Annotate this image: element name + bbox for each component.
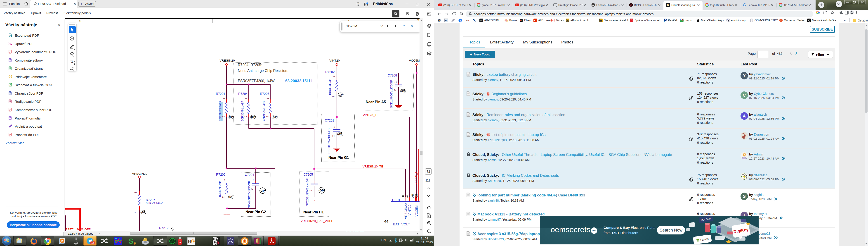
svg-text:A5: A5 bbox=[411, 194, 414, 198]
svg-text:O: O bbox=[473, 19, 475, 22]
svg-text:1: 1 bbox=[310, 179, 313, 181]
svg-text:1: 1 bbox=[266, 98, 270, 99]
svg-text:G/P: G/P bbox=[339, 93, 343, 96]
svg-text:1: 1 bbox=[332, 76, 336, 77]
svg-text:VREGIN20: VREGIN20 bbox=[220, 59, 235, 62]
svg-text:R7204: R7204 bbox=[238, 92, 248, 95]
svg-text:B: B bbox=[667, 3, 669, 6]
svg-text:G/P: G/P bbox=[251, 116, 255, 118]
svg-text:ESFT1_86W_OFF: ESFT1_86W_OFF bbox=[65, 228, 91, 231]
svg-text:A: A bbox=[71, 61, 73, 64]
svg-text:C5: C5 bbox=[415, 194, 418, 198]
svg-text:33KR1J-GP: 33KR1J-GP bbox=[146, 201, 163, 205]
svg-text:20R3J-5-LL-GP: 20R3J-5-LL-GP bbox=[241, 101, 244, 121]
svg-text:2: 2 bbox=[222, 115, 225, 117]
svg-text:C7201: C7201 bbox=[325, 118, 334, 122]
svg-text:A: A bbox=[9, 84, 11, 86]
svg-text:2: 2 bbox=[250, 188, 254, 190]
svg-text:ab: ab bbox=[466, 19, 468, 22]
svg-text:R7205: R7205 bbox=[260, 92, 269, 95]
svg-text:G/P: G/P bbox=[338, 133, 342, 136]
svg-text:PC: PC bbox=[445, 20, 447, 22]
svg-text:VINT20: VINT20 bbox=[329, 59, 340, 62]
svg-text:G/P: G/P bbox=[273, 116, 277, 118]
svg-text:1: 1 bbox=[222, 179, 225, 181]
svg-text:R7204, R7205:: R7204, R7205: bbox=[238, 63, 262, 67]
svg-text:GP: GP bbox=[260, 189, 265, 192]
svg-text:f: f bbox=[460, 19, 461, 22]
svg-text:AG: AG bbox=[480, 20, 483, 22]
svg-text:TE1B: TE1B bbox=[392, 198, 400, 202]
svg-text:1D78MR2F-GP: 1D78MR2F-GP bbox=[219, 101, 222, 121]
svg-text:VINT20_TE: VINT20_TE bbox=[363, 113, 379, 117]
svg-text:G/P: G/P bbox=[401, 90, 405, 92]
svg-text:2: 2 bbox=[222, 196, 225, 198]
svg-text:Near Pin G1: Near Pin G1 bbox=[329, 156, 349, 160]
svg-text:VREGIN20: VREGIN20 bbox=[132, 172, 147, 175]
svg-text:Need Anti-surge Chip Resistors: Need Anti-surge Chip Resistors bbox=[238, 69, 288, 73]
svg-text:R7202: R7202 bbox=[325, 70, 335, 74]
svg-text:2: 2 bbox=[244, 115, 247, 117]
svg-text:1: 1 bbox=[251, 179, 254, 181]
svg-text:VINT20: VINT20 bbox=[408, 204, 411, 215]
svg-text:R7212: R7212 bbox=[159, 226, 168, 230]
svg-text:D: D bbox=[192, 239, 195, 244]
svg-text:ESR03EZPJ200, 1/4W: ESR03EZPJ200, 1/4W bbox=[238, 79, 275, 83]
svg-text:20R3J-5-LL-GP: 20R3J-5-LL-GP bbox=[262, 101, 266, 121]
svg-text:1M2R2F-GP: 1M2R2F-GP bbox=[218, 181, 222, 197]
svg-text:C7204: C7204 bbox=[245, 173, 254, 176]
svg-text:2: 2 bbox=[332, 135, 335, 137]
svg-text:R7206: R7206 bbox=[216, 173, 225, 176]
svg-text:H1: H1 bbox=[401, 195, 405, 198]
svg-text:GP: GP bbox=[320, 189, 324, 192]
svg-text:2: 2 bbox=[309, 190, 312, 191]
svg-text:A: A bbox=[9, 34, 11, 36]
svg-text:2: 2 bbox=[475, 20, 476, 22]
svg-text:1: 1 bbox=[245, 98, 248, 99]
svg-text:SC2D2U25V3KX-GP: SC2D2U25V3KX-GP bbox=[306, 178, 309, 206]
svg-text:1: 1 bbox=[332, 126, 336, 128]
svg-text:63.20032.15LLL: 63.20032.15LLL bbox=[285, 79, 314, 83]
svg-text:2: 2 bbox=[332, 96, 335, 97]
svg-text:G1: G1 bbox=[405, 194, 408, 198]
svg-text:Near Pin H1: Near Pin H1 bbox=[303, 210, 324, 214]
svg-text:Near Pin G2: Near Pin G2 bbox=[246, 210, 266, 214]
svg-text:2: 2 bbox=[133, 212, 137, 213]
svg-text:SCD1U25V1KX-GP: SCD1U25V1KX-GP bbox=[327, 128, 331, 154]
svg-text:R7207: R7207 bbox=[146, 198, 155, 202]
svg-text:C7205: C7205 bbox=[304, 173, 313, 176]
svg-text:5: 5 bbox=[79, 19, 81, 23]
svg-text:VREGIN20_BAT_VOLT: VREGIN20_BAT_VOLT bbox=[301, 219, 333, 223]
svg-text:C7208: C7208 bbox=[388, 74, 397, 77]
svg-text:2: 2 bbox=[266, 115, 269, 117]
svg-text:VREGIN20_TE: VREGIN20_TE bbox=[363, 165, 383, 168]
svg-text:Near Pin A5: Near Pin A5 bbox=[366, 100, 386, 104]
svg-text:VREGIN20: VREGIN20 bbox=[404, 203, 408, 219]
svg-text:@(: @( bbox=[504, 19, 508, 22]
svg-text:G/P: G/P bbox=[229, 116, 233, 118]
svg-text:G/P: G/P bbox=[229, 196, 233, 198]
svg-text:1: 1 bbox=[134, 192, 137, 193]
svg-text:10R3J-3-GP: 10R3J-3-GP bbox=[328, 79, 332, 95]
svg-text:VCC5M: VCC5M bbox=[409, 59, 420, 62]
svg-text:G2: G2 bbox=[384, 220, 388, 223]
svg-text:1: 1 bbox=[394, 81, 397, 83]
svg-text:SCD1U6D3V1KX-GP: SCD1U6D3V1KX-GP bbox=[390, 80, 393, 108]
svg-text:BAT_VOLT: BAT_VOLT bbox=[393, 222, 410, 226]
svg-text:2: 2 bbox=[394, 89, 397, 91]
svg-text:R7201: R7201 bbox=[216, 92, 225, 95]
svg-text:G/P: G/P bbox=[141, 211, 145, 214]
svg-text:VCC5M: VCC5M bbox=[415, 205, 418, 216]
svg-text:1: 1 bbox=[222, 98, 225, 99]
svg-text:SC470P25V1KX-GP: SC470P25V1KX-GP bbox=[248, 181, 251, 208]
svg-text:VCC5B_TE: VCC5B_TE bbox=[414, 170, 418, 185]
